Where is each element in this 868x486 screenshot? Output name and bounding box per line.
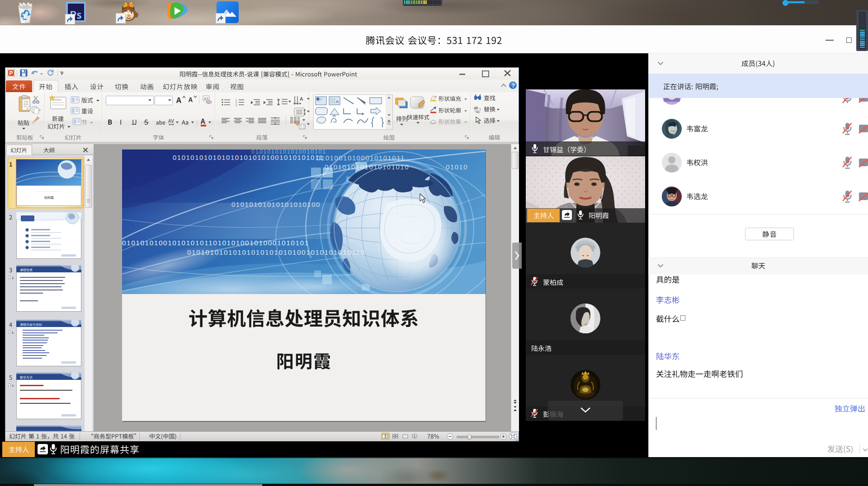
svg-text:A: A — [336, 99, 339, 104]
svg-text:A: A — [300, 96, 303, 102]
svg-text:A3: A3 — [204, 97, 208, 101]
svg-text:P: P — [9, 70, 13, 76]
svg-text:ac: ac — [476, 109, 481, 113]
svg-text:3: 3 — [236, 104, 237, 107]
